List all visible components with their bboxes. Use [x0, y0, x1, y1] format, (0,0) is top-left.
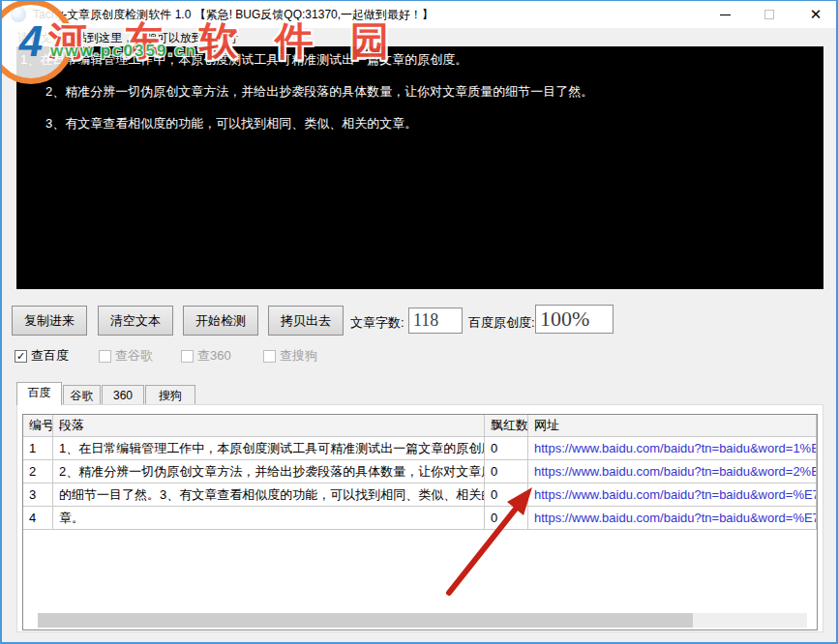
header-red-count: 飘红数 — [485, 415, 528, 437]
cell-url-link[interactable]: https://www.baidu.com/baidu?tn=baidu&wor… — [528, 483, 817, 507]
clear-text-button[interactable]: 清空文本 — [98, 306, 173, 336]
cell-red-count: 0 — [485, 507, 528, 530]
checkbox-google-label: 查谷歌 — [115, 347, 153, 365]
app-icon — [11, 7, 26, 22]
checkbox-google[interactable]: 查谷歌 — [99, 348, 153, 364]
article-line: 3、有文章查看相似度的功能，可以找到相同、类似、相关的文章。 — [20, 116, 820, 132]
scrollbar-thumb[interactable] — [38, 613, 693, 628]
checkbox-sogou[interactable]: 查搜狗 — [263, 348, 317, 364]
cell-paragraph: 章。 — [53, 507, 485, 530]
maximize-icon — [764, 10, 774, 19]
paste-hint-label: 请将文章粘贴到这里，标题可以放到第一行 — [17, 30, 238, 46]
cell-url-link[interactable]: https://www.baidu.com/baidu?tn=baidu&wor… — [528, 507, 817, 530]
app-window: Tachy-文章原创度检测软件 1.0 【紧急! BUG反馈QQ:31370,一… — [0, 0, 838, 644]
start-check-button[interactable]: 开始检测 — [183, 306, 258, 336]
cell-url-link[interactable]: https://www.baidu.com/baidu?tn=baidu&wor… — [528, 460, 817, 483]
table-row: 3 的细节一目了然。3、有文章查看相似度的功能，可以找到相同、类似、相关的文 0… — [23, 483, 817, 507]
checkbox-sogou-label: 查搜狗 — [280, 347, 317, 365]
table-row: 4 章。 0 https://www.baidu.com/baidu?tn=ba… — [23, 507, 817, 530]
header-url: 网址 — [528, 415, 817, 437]
checkbox-360[interactable]: 查360 — [181, 348, 231, 364]
cell-id: 2 — [23, 460, 53, 483]
cell-red-count: 0 — [485, 483, 528, 507]
table-row: 1 1、在日常编辑管理工作中，本原创度测试工具可精准测试出一篇文章的原创度。 0… — [23, 437, 817, 460]
cell-red-count: 0 — [485, 437, 528, 460]
cell-id: 3 — [23, 483, 53, 507]
copy-out-button[interactable]: 拷贝出去 — [268, 306, 344, 336]
cell-id: 4 — [23, 507, 53, 530]
originality-label: 百度原创度: — [468, 314, 535, 332]
close-button[interactable]: ✕ — [793, 1, 838, 28]
table-row: 2 2、精准分辨一切伪原创文章方法，并给出抄袭段落的具体数量，让你对文章质量 0… — [23, 460, 817, 483]
maximize-button[interactable] — [747, 1, 792, 28]
checkbox-unchecked-icon — [99, 350, 111, 363]
cell-paragraph: 1、在日常编辑管理工作中，本原创度测试工具可精准测试出一篇文章的原创度。 — [53, 437, 485, 460]
tab-sogou[interactable]: 搜狗 — [145, 385, 195, 405]
word-count-value: 118 — [408, 307, 463, 334]
article-text-area[interactable]: 1、在日常编辑管理工作中，本原创度测试工具可精准测试出一篇文章的原创度。 2、精… — [16, 46, 823, 289]
checkbox-checked-icon: ✓ — [15, 350, 27, 363]
minimize-button[interactable] — [703, 1, 747, 28]
article-line: 1、在日常编辑管理工作中，本原创度测试工具可精准测试出一篇文章的原创度。 — [20, 52, 820, 68]
checkbox-unchecked-icon — [181, 350, 194, 363]
checkbox-360-label: 查360 — [197, 347, 231, 365]
copy-in-button[interactable]: 复制进来 — [12, 306, 87, 336]
tab-360[interactable]: 360 — [102, 385, 144, 405]
close-icon: ✕ — [810, 6, 823, 23]
checkbox-baidu-label: 查百度 — [31, 347, 69, 365]
header-id: 编号 — [23, 415, 53, 437]
cell-url-link[interactable]: https://www.baidu.com/baidu?tn=baidu&wor… — [528, 437, 817, 460]
cell-paragraph: 2、精准分辨一切伪原创文章方法，并给出抄袭段落的具体数量，让你对文章质量 — [53, 460, 485, 483]
tab-baidu[interactable]: 百度 — [16, 382, 62, 405]
results-table: 编号 段落 飘红数 网址 1 1、在日常编辑管理工作中，本原创度测试工具可精准测… — [22, 414, 818, 630]
header-paragraph: 段落 — [53, 415, 485, 437]
tab-google[interactable]: 谷歌 — [63, 385, 101, 405]
table-header-row: 编号 段落 飘红数 网址 — [23, 415, 817, 437]
word-count-label: 文章字数: — [350, 314, 404, 332]
originality-value: 100% — [535, 305, 614, 334]
horizontal-scrollbar[interactable] — [38, 613, 807, 628]
checkbox-baidu[interactable]: ✓ 查百度 — [15, 348, 69, 364]
cell-id: 1 — [23, 437, 53, 460]
minimize-icon — [720, 15, 731, 15]
checkbox-unchecked-icon — [263, 350, 276, 363]
window-title: Tachy-文章原创度检测软件 1.0 【紧急! BUG反馈QQ:31370,一… — [33, 1, 434, 28]
cell-red-count: 0 — [485, 460, 528, 483]
cell-paragraph: 的细节一目了然。3、有文章查看相似度的功能，可以找到相同、类似、相关的文 — [53, 483, 485, 507]
article-line: 2、精准分辨一切伪原创文章方法，并给出抄袭段落的具体数量，让你对文章质量的细节一… — [20, 84, 820, 100]
title-bar[interactable]: Tachy-文章原创度检测软件 1.0 【紧急! BUG反馈QQ:31370,一… — [2, 1, 836, 28]
